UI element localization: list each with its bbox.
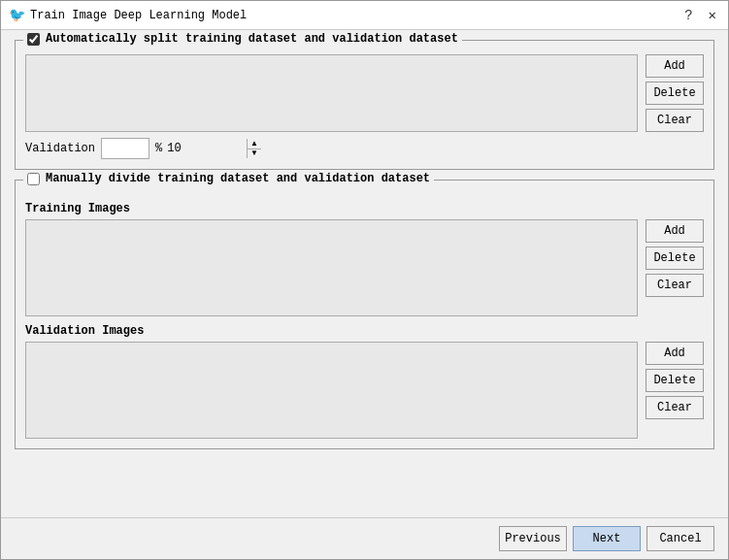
cancel-button[interactable]: Cancel (646, 526, 714, 551)
window-title: Train Image Deep Learning Model (30, 9, 247, 22)
next-button[interactable]: Next (573, 526, 641, 551)
help-button[interactable]: ? (680, 8, 696, 23)
validation-value-input[interactable] (102, 142, 247, 155)
auto-split-label: Automatically split training dataset and… (46, 32, 458, 46)
manual-divide-group: Manually divide training dataset and val… (15, 180, 714, 449)
manual-divide-label: Manually divide training dataset and val… (46, 172, 430, 185)
main-window: 🐦 Train Image Deep Learning Model ? ✕ Au… (0, 0, 729, 560)
title-bar-left: 🐦 Train Image Deep Learning Model (9, 8, 247, 23)
app-icon: 🐦 (9, 8, 24, 23)
percent-label: % (155, 142, 162, 155)
training-clear-button[interactable]: Clear (646, 274, 704, 297)
auto-clear-button[interactable]: Clear (646, 109, 704, 132)
validation-delete-button[interactable]: Delete (646, 369, 704, 392)
auto-split-list-row: Add Delete Clear (25, 54, 704, 132)
auto-split-list[interactable] (25, 54, 638, 132)
training-list-row: Add Delete Clear (25, 219, 704, 316)
training-images-label: Training Images (25, 202, 704, 215)
training-images-list[interactable] (25, 219, 638, 316)
validation-row: Validation ▲ ▼ % (25, 138, 704, 159)
spinner-arrows: ▲ ▼ (247, 139, 261, 158)
training-add-button[interactable]: Add (646, 219, 704, 243)
validation-list-row: Add Delete Clear (25, 342, 704, 439)
validation-clear-button[interactable]: Clear (646, 396, 704, 419)
training-buttons: Add Delete Clear (646, 219, 704, 297)
manual-divide-checkbox[interactable] (27, 173, 40, 185)
auto-delete-button[interactable]: Delete (646, 82, 704, 105)
auto-add-button[interactable]: Add (646, 54, 704, 78)
title-bar-right: ? ✕ (680, 7, 720, 23)
validation-add-button[interactable]: Add (646, 342, 704, 365)
validation-images-list[interactable] (25, 342, 638, 439)
validation-images-label: Validation Images (25, 324, 704, 338)
footer: Previous Next Cancel (1, 517, 728, 559)
validation-spinner[interactable]: ▲ ▼ (101, 138, 149, 159)
previous-button[interactable]: Previous (499, 526, 567, 551)
auto-split-buttons: Add Delete Clear (646, 54, 704, 132)
validation-buttons: Add Delete Clear (646, 342, 704, 419)
spinner-up-button[interactable]: ▲ (248, 139, 261, 149)
title-bar: 🐦 Train Image Deep Learning Model ? ✕ (1, 1, 728, 30)
auto-split-group: Automatically split training dataset and… (15, 40, 714, 170)
auto-split-checkbox[interactable] (27, 33, 40, 46)
spinner-down-button[interactable]: ▼ (248, 149, 261, 159)
auto-split-legend: Automatically split training dataset and… (23, 32, 462, 46)
content-area: Automatically split training dataset and… (1, 30, 728, 517)
close-button[interactable]: ✕ (705, 7, 720, 23)
training-delete-button[interactable]: Delete (646, 247, 704, 270)
manual-divide-legend: Manually divide training dataset and val… (23, 172, 434, 185)
validation-label: Validation (25, 142, 95, 155)
